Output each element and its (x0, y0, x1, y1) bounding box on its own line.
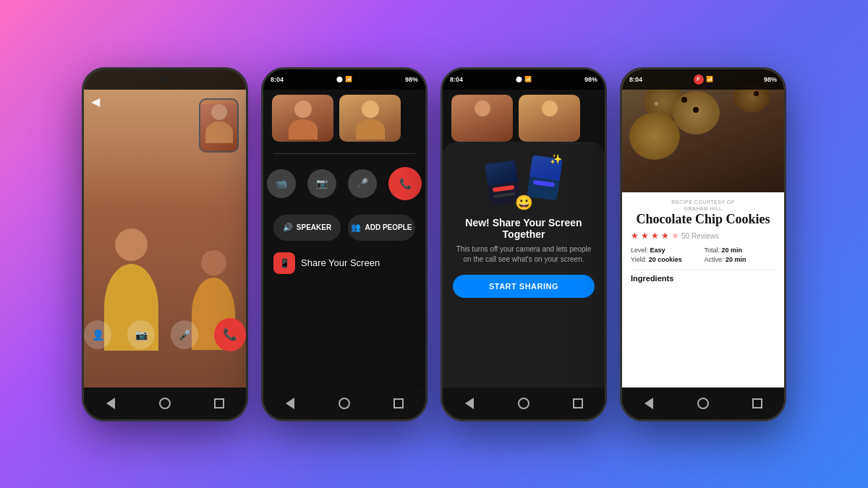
start-sharing-button[interactable]: START SHARING (453, 275, 595, 298)
star-2: ★ (641, 231, 649, 241)
phone3-status-bar: 8:04 ⬤ 📶 98% (443, 69, 605, 90)
camera-dot (162, 77, 168, 82)
recipe-meta: Level: Easy Total: 20 min Yield: 20 cook… (631, 247, 775, 263)
recipe-active: Active: 20 min (705, 256, 776, 263)
phone2-nav-back[interactable] (284, 397, 297, 410)
phone3-nav-recents[interactable] (571, 397, 584, 410)
recipe-courtesy: RECIPE COURTESY OF (631, 200, 775, 205)
add-person-button[interactable]: 👤 (84, 320, 111, 349)
phone4-battery: 98% (764, 76, 777, 83)
modal-description: This turns off your camera and lets peop… (453, 244, 595, 265)
phone2-battery: 98% (405, 76, 418, 83)
phones-container: ◀ 👤 📷 🎤 📞 (82, 67, 786, 421)
self-view-thumbnail (199, 98, 239, 153)
phone4-nav-recents[interactable] (751, 397, 764, 410)
phone2-time: 8:04 (271, 76, 284, 83)
video-thumb-1 (272, 95, 333, 142)
phone3-screen: 😀 ✨ New! Share Your Screen Together This… (443, 69, 605, 388)
phone3-time: 8:04 (450, 76, 463, 83)
end-call-button[interactable]: 📞 (214, 318, 246, 351)
phone2-screen: 📹 📷 🎤 📞 🔊 SPEAKER 👥 (263, 69, 425, 388)
phone4-status-bar: 8:04 F 📶 98% (622, 69, 784, 90)
modal-title: New! Share Your Screen Together (453, 217, 595, 240)
phone3-battery: 98% (584, 76, 597, 83)
share-screen-icon: 📱 (273, 252, 295, 274)
phone-2-call-options: 8:04 ⬤ 📶 98% (261, 67, 427, 421)
phone1-nav-bar (84, 388, 246, 419)
phone2-status-bar: 8:04 ⬤ 📶 98% (263, 69, 425, 90)
add-people-label: ADD PEOPLE (365, 223, 412, 231)
nav-home-button[interactable] (158, 397, 171, 410)
recipe-level: Level: Easy (631, 247, 702, 254)
phone1-status-bar (84, 69, 246, 90)
phone2-nav-recents[interactable] (392, 397, 405, 410)
phone3-thumb-2 (519, 95, 580, 142)
phone2-end-call-button[interactable]: 📞 (388, 167, 422, 200)
modal-illustration: 😀 ✨ (484, 153, 563, 211)
add-people-button[interactable]: 👥 ADD PEOPLE (348, 215, 415, 241)
recipe-yield: Yield: 20 cookies (631, 256, 702, 263)
phone4-nav-home[interactable] (697, 397, 710, 410)
mic-button[interactable]: 🎤 (171, 320, 198, 349)
phone-3-share-modal: 8:04 ⬤ 📶 98% (441, 67, 607, 421)
phone4-nav-back[interactable] (642, 397, 655, 410)
phone-4-recipe: 8:04 F 📶 98% (620, 67, 786, 421)
star-1: ★ (631, 231, 639, 241)
share-screen-modal: 😀 ✨ New! Share Your Screen Together This… (443, 142, 605, 388)
phone2-call-controls: 📹 📷 🎤 📞 (263, 158, 425, 209)
phone2-nav-bar (263, 388, 425, 419)
phone3-nav-home[interactable] (517, 397, 530, 410)
phone2-video-button[interactable]: 📹 (267, 169, 296, 198)
phone-1-video-call: ◀ 👤 📷 🎤 📞 (82, 67, 248, 421)
recipe-rating: ★ ★ ★ ★ ★ 50 Reviews (631, 231, 775, 241)
share-screen-text: Share Your Screen (301, 257, 380, 268)
star-5: ★ (671, 231, 679, 241)
phone4-nav-bar (622, 388, 784, 419)
recipe-total: Total: 20 min (705, 247, 776, 254)
recipe-author: GRAHAM HILL (631, 206, 775, 211)
recipe-title: Chocolate Chip Cookies (631, 213, 775, 227)
phone2-nav-home[interactable] (338, 397, 351, 410)
nav-back-button[interactable] (104, 397, 117, 410)
share-screen-row[interactable]: 📱 Share Your Screen (263, 247, 425, 280)
phone2-mic-button[interactable]: 🎤 (348, 169, 377, 198)
speaker-button[interactable]: 🔊 SPEAKER (273, 215, 341, 241)
video-thumb-2 (339, 95, 401, 142)
phone3-nav-back[interactable] (463, 397, 476, 410)
phone3-nav-bar (443, 388, 605, 419)
divider (273, 153, 415, 154)
speaker-label: SPEAKER (297, 223, 331, 231)
recipe-content: RECIPE COURTESY OF GRAHAM HILL Chocolate… (622, 192, 784, 291)
star-4: ★ (661, 231, 669, 241)
camera-button[interactable]: 📷 (127, 320, 155, 349)
recipe-ingredients-header: Ingredients (631, 269, 775, 283)
phone3-thumb-1 (451, 95, 513, 142)
star-3: ★ (651, 231, 659, 241)
phone2-action-buttons: 🔊 SPEAKER 👥 ADD PEOPLE (263, 209, 425, 247)
phone1-screen: ◀ 👤 📷 🎤 📞 (84, 69, 246, 388)
phone4-time: 8:04 (629, 76, 642, 83)
phone1-call-controls: 👤 📷 🎤 📞 (84, 318, 246, 351)
nav-recents-button[interactable] (213, 397, 226, 410)
phone4-screen: RECIPE COURTESY OF GRAHAM HILL Chocolate… (622, 69, 784, 388)
review-count: 50 Reviews (681, 232, 719, 240)
back-arrow-icon[interactable]: ◀ (91, 95, 100, 108)
phone2-camera-flip-button[interactable]: 📷 (307, 169, 336, 198)
